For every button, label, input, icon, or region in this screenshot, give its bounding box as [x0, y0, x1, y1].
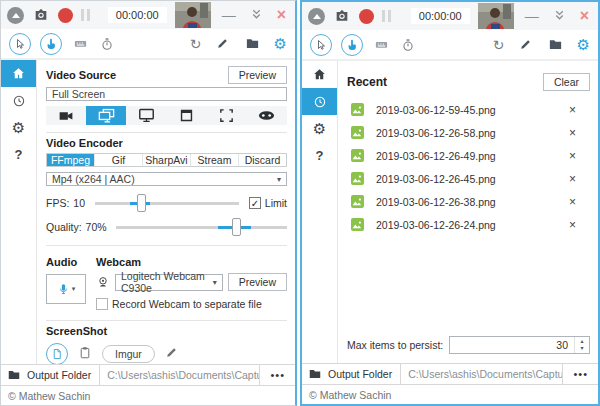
tab-gif[interactable]: Gif: [94, 154, 142, 166]
screenshot-camera-icon[interactable]: [32, 6, 50, 24]
browse-folder-button[interactable]: •••: [562, 364, 598, 384]
minimize-button[interactable]: —: [522, 9, 542, 23]
cursor-toggle-button[interactable]: [9, 33, 31, 55]
tab-discard[interactable]: Discard: [238, 154, 286, 166]
separate-file-checkbox[interactable]: [96, 298, 108, 310]
cursor-toggle-button[interactable]: [310, 34, 332, 56]
home-icon: [11, 66, 26, 81]
sidebar-item-about[interactable]: ?: [1, 141, 36, 168]
settings-gear-icon[interactable]: ⚙: [274, 36, 287, 51]
copy-to-clipboard-button[interactable]: [78, 345, 92, 364]
imgur-upload-button[interactable]: Imgur: [102, 345, 155, 363]
main-body: ⚙ ? Recent Clear 2019-03-06-12-59-45.png…: [302, 60, 598, 363]
source-game-button[interactable]: [247, 106, 287, 125]
microphone-button[interactable]: ▾: [46, 274, 86, 304]
keystrokes-toggle-button[interactable]: [372, 36, 390, 54]
recent-item[interactable]: 2019-03-06-12-59-45.png ×: [347, 98, 590, 121]
sidebar-item-about[interactable]: ?: [302, 142, 337, 169]
record-button[interactable]: [359, 9, 374, 24]
sidebar-item-settings[interactable]: ⚙: [302, 115, 337, 142]
paint-pencil-icon[interactable]: [214, 35, 232, 53]
sidebar-item-recent[interactable]: [1, 87, 36, 114]
spinner-arrows-icon[interactable]: ▴ ▾: [574, 337, 589, 353]
collapse-button[interactable]: [7, 7, 24, 24]
microphone-icon: [57, 281, 70, 297]
file-name[interactable]: 2019-03-06-12-26-58.png: [376, 127, 557, 139]
screenshot-camera-icon[interactable]: [333, 7, 351, 25]
paint-pencil-icon[interactable]: [517, 36, 535, 54]
tab-sharpavi[interactable]: SharpAvi: [142, 154, 190, 166]
expand-down-button[interactable]: [247, 8, 266, 23]
fps-value: 10: [73, 197, 91, 209]
recent-item[interactable]: 2019-03-06-12-26-24.png ×: [347, 213, 590, 236]
source-window-button[interactable]: [167, 106, 207, 125]
codec-select[interactable]: Mp4 (x264 | AAC) ▾: [46, 172, 287, 186]
clicks-toggle-button[interactable]: [40, 33, 62, 55]
recent-item[interactable]: 2019-03-06-12-26-45.png ×: [347, 167, 590, 190]
remove-item-icon[interactable]: ×: [569, 103, 590, 117]
refresh-icon[interactable]: ↻: [493, 38, 505, 52]
video-source-preview-button[interactable]: Preview: [228, 66, 287, 84]
max-items-label: Max items to persist:: [347, 339, 443, 351]
save-to-disk-button[interactable]: [46, 343, 68, 365]
remove-item-icon[interactable]: ×: [569, 195, 590, 209]
keystrokes-toggle-button[interactable]: [71, 35, 89, 53]
file-name[interactable]: 2019-03-06-12-26-49.png: [376, 150, 557, 162]
recent-item[interactable]: 2019-03-06-12-26-58.png ×: [347, 121, 590, 144]
source-region-button[interactable]: [207, 106, 247, 125]
open-folder-icon[interactable]: [244, 35, 262, 53]
tab-ffmpeg[interactable]: FFmpeg: [47, 154, 94, 166]
file-name[interactable]: 2019-03-06-12-26-38.png: [376, 196, 557, 208]
max-items-value[interactable]: 30: [450, 337, 574, 353]
minimize-button[interactable]: —: [219, 8, 239, 22]
limit-checkbox[interactable]: ✓: [249, 197, 261, 209]
output-folder-path[interactable]: C:\Users\ashis\Documents\Captura: [99, 365, 259, 385]
video-source-kind-strip: [46, 106, 287, 125]
close-button[interactable]: ×: [274, 7, 289, 23]
open-folder-icon[interactable]: [547, 36, 565, 54]
webcam-preview-thumbnail[interactable]: [175, 2, 211, 28]
timeout-stopwatch-icon[interactable]: [98, 35, 116, 53]
clicks-toggle-button[interactable]: [341, 34, 363, 56]
close-button[interactable]: ×: [577, 8, 592, 24]
sidebar-item-home[interactable]: [302, 61, 337, 88]
remove-item-icon[interactable]: ×: [569, 218, 590, 232]
expand-down-button[interactable]: [550, 9, 569, 24]
sidebar-item-settings[interactable]: ⚙: [1, 114, 36, 141]
max-items-stepper[interactable]: 30 ▴ ▾: [449, 336, 590, 354]
fps-slider[interactable]: [95, 194, 238, 212]
quality-slider[interactable]: [116, 218, 287, 236]
remove-item-icon[interactable]: ×: [569, 126, 590, 140]
webcam-device-select[interactable]: Logitech Webcam C930e ▾: [115, 274, 223, 291]
refresh-icon[interactable]: ↻: [190, 37, 202, 51]
record-button[interactable]: [58, 8, 73, 23]
browse-folder-button[interactable]: •••: [259, 365, 295, 385]
clear-button[interactable]: Clear: [543, 73, 590, 91]
file-name[interactable]: 2019-03-06-12-26-45.png: [376, 173, 557, 185]
remove-item-icon[interactable]: ×: [569, 172, 590, 186]
edit-pencil-icon[interactable]: [165, 345, 178, 363]
source-screen-button[interactable]: [126, 106, 166, 125]
file-name[interactable]: 2019-03-06-12-26-24.png: [376, 219, 557, 231]
sidebar-item-recent[interactable]: [302, 88, 337, 115]
right-sidebar: ⚙ ?: [302, 61, 338, 363]
remove-item-icon[interactable]: ×: [569, 149, 590, 163]
collapse-button[interactable]: [308, 8, 325, 25]
file-name[interactable]: 2019-03-06-12-59-45.png: [376, 104, 557, 116]
timeout-stopwatch-icon[interactable]: [399, 36, 417, 54]
sidebar-item-home[interactable]: [1, 60, 36, 87]
output-folder-path[interactable]: C:\Users\ashis\Documents\Captura: [400, 364, 562, 384]
webcam-preview-button[interactable]: Preview: [228, 273, 287, 291]
settings-gear-icon[interactable]: ⚙: [577, 37, 590, 52]
webcam-title: Webcam: [96, 256, 141, 268]
tab-stream[interactable]: Stream: [190, 154, 238, 166]
recent-item[interactable]: 2019-03-06-12-26-38.png ×: [347, 190, 590, 213]
pause-button[interactable]: [81, 9, 90, 21]
pause-button[interactable]: [382, 10, 391, 22]
source-camera-button[interactable]: [46, 106, 86, 125]
screenshot-title: ScreenShot: [46, 325, 287, 337]
webcam-preview-thumbnail[interactable]: [478, 3, 514, 29]
video-source-select[interactable]: Full Screen: [46, 87, 287, 101]
source-fullscreen-button[interactable]: [86, 106, 126, 125]
recent-item[interactable]: 2019-03-06-12-26-49.png ×: [347, 144, 590, 167]
